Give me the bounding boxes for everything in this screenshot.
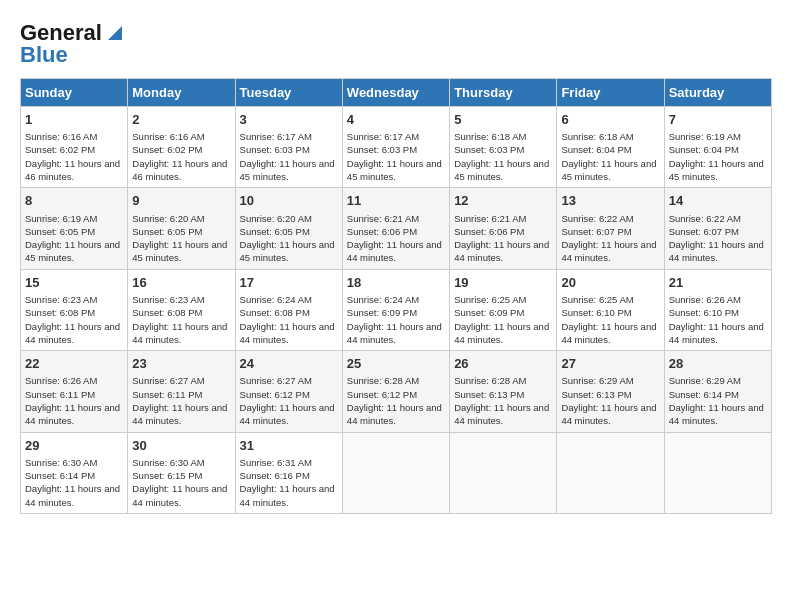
- daylight-label: Daylight: 11 hours and 44 minutes.: [454, 321, 549, 345]
- sunset: Sunset: 6:05 PM: [132, 226, 202, 237]
- calendar-cell: 5Sunrise: 6:18 AMSunset: 6:03 PMDaylight…: [450, 107, 557, 188]
- calendar-cell: 25Sunrise: 6:28 AMSunset: 6:12 PMDayligh…: [342, 351, 449, 432]
- daylight-label: Daylight: 11 hours and 44 minutes.: [132, 483, 227, 507]
- sunrise: Sunrise: 6:28 AM: [454, 375, 526, 386]
- day-number: 16: [132, 274, 230, 292]
- header-wednesday: Wednesday: [342, 79, 449, 107]
- day-number: 10: [240, 192, 338, 210]
- header-monday: Monday: [128, 79, 235, 107]
- day-number: 30: [132, 437, 230, 455]
- sunrise: Sunrise: 6:20 AM: [132, 213, 204, 224]
- sunrise: Sunrise: 6:24 AM: [240, 294, 312, 305]
- calendar-cell: 14Sunrise: 6:22 AMSunset: 6:07 PMDayligh…: [664, 188, 771, 269]
- calendar-cell: 16Sunrise: 6:23 AMSunset: 6:08 PMDayligh…: [128, 269, 235, 350]
- sunset: Sunset: 6:07 PM: [669, 226, 739, 237]
- day-number: 7: [669, 111, 767, 129]
- logo-text-blue: Blue: [20, 42, 68, 68]
- sunrise: Sunrise: 6:30 AM: [25, 457, 97, 468]
- day-number: 2: [132, 111, 230, 129]
- sunset: Sunset: 6:03 PM: [454, 144, 524, 155]
- sunrise: Sunrise: 6:23 AM: [25, 294, 97, 305]
- daylight-label: Daylight: 11 hours and 44 minutes.: [454, 239, 549, 263]
- daylight-label: Daylight: 11 hours and 44 minutes.: [561, 321, 656, 345]
- day-number: 22: [25, 355, 123, 373]
- sunrise: Sunrise: 6:20 AM: [240, 213, 312, 224]
- sunset: Sunset: 6:13 PM: [454, 389, 524, 400]
- sunset: Sunset: 6:11 PM: [132, 389, 202, 400]
- sunset: Sunset: 6:08 PM: [25, 307, 95, 318]
- calendar-cell: 17Sunrise: 6:24 AMSunset: 6:08 PMDayligh…: [235, 269, 342, 350]
- sunset: Sunset: 6:09 PM: [347, 307, 417, 318]
- calendar-cell: 19Sunrise: 6:25 AMSunset: 6:09 PMDayligh…: [450, 269, 557, 350]
- calendar-week-row: 29Sunrise: 6:30 AMSunset: 6:14 PMDayligh…: [21, 432, 772, 513]
- sunrise: Sunrise: 6:26 AM: [669, 294, 741, 305]
- daylight-label: Daylight: 11 hours and 44 minutes.: [669, 321, 764, 345]
- calendar-cell: 8Sunrise: 6:19 AMSunset: 6:05 PMDaylight…: [21, 188, 128, 269]
- daylight-label: Daylight: 11 hours and 46 minutes.: [25, 158, 120, 182]
- sunset: Sunset: 6:15 PM: [132, 470, 202, 481]
- day-number: 29: [25, 437, 123, 455]
- day-number: 18: [347, 274, 445, 292]
- sunset: Sunset: 6:13 PM: [561, 389, 631, 400]
- header-sunday: Sunday: [21, 79, 128, 107]
- day-number: 27: [561, 355, 659, 373]
- svg-marker-0: [108, 26, 122, 40]
- day-number: 17: [240, 274, 338, 292]
- calendar-cell: [557, 432, 664, 513]
- calendar-cell: 3Sunrise: 6:17 AMSunset: 6:03 PMDaylight…: [235, 107, 342, 188]
- calendar-cell: 9Sunrise: 6:20 AMSunset: 6:05 PMDaylight…: [128, 188, 235, 269]
- daylight-label: Daylight: 11 hours and 44 minutes.: [240, 483, 335, 507]
- sunset: Sunset: 6:14 PM: [25, 470, 95, 481]
- calendar-cell: 6Sunrise: 6:18 AMSunset: 6:04 PMDaylight…: [557, 107, 664, 188]
- day-number: 15: [25, 274, 123, 292]
- day-number: 13: [561, 192, 659, 210]
- logo-icon: [104, 22, 126, 44]
- daylight-label: Daylight: 11 hours and 45 minutes.: [454, 158, 549, 182]
- calendar-cell: 12Sunrise: 6:21 AMSunset: 6:06 PMDayligh…: [450, 188, 557, 269]
- sunset: Sunset: 6:11 PM: [25, 389, 95, 400]
- sunset: Sunset: 6:05 PM: [240, 226, 310, 237]
- day-number: 24: [240, 355, 338, 373]
- sunrise: Sunrise: 6:25 AM: [454, 294, 526, 305]
- sunrise: Sunrise: 6:17 AM: [240, 131, 312, 142]
- sunrise: Sunrise: 6:16 AM: [132, 131, 204, 142]
- daylight-label: Daylight: 11 hours and 44 minutes.: [561, 239, 656, 263]
- calendar-cell: 26Sunrise: 6:28 AMSunset: 6:13 PMDayligh…: [450, 351, 557, 432]
- calendar-week-row: 8Sunrise: 6:19 AMSunset: 6:05 PMDaylight…: [21, 188, 772, 269]
- sunrise: Sunrise: 6:21 AM: [454, 213, 526, 224]
- day-number: 3: [240, 111, 338, 129]
- calendar-cell: 23Sunrise: 6:27 AMSunset: 6:11 PMDayligh…: [128, 351, 235, 432]
- sunrise: Sunrise: 6:25 AM: [561, 294, 633, 305]
- sunset: Sunset: 6:03 PM: [240, 144, 310, 155]
- calendar-cell: 28Sunrise: 6:29 AMSunset: 6:14 PMDayligh…: [664, 351, 771, 432]
- calendar-header-row: SundayMondayTuesdayWednesdayThursdayFrid…: [21, 79, 772, 107]
- daylight-label: Daylight: 11 hours and 44 minutes.: [454, 402, 549, 426]
- day-number: 11: [347, 192, 445, 210]
- daylight-label: Daylight: 11 hours and 45 minutes.: [25, 239, 120, 263]
- sunrise: Sunrise: 6:28 AM: [347, 375, 419, 386]
- calendar-cell: 15Sunrise: 6:23 AMSunset: 6:08 PMDayligh…: [21, 269, 128, 350]
- daylight-label: Daylight: 11 hours and 44 minutes.: [669, 239, 764, 263]
- daylight-label: Daylight: 11 hours and 44 minutes.: [347, 239, 442, 263]
- sunset: Sunset: 6:08 PM: [132, 307, 202, 318]
- daylight-label: Daylight: 11 hours and 44 minutes.: [347, 321, 442, 345]
- calendar-cell: 31Sunrise: 6:31 AMSunset: 6:16 PMDayligh…: [235, 432, 342, 513]
- sunset: Sunset: 6:02 PM: [132, 144, 202, 155]
- sunset: Sunset: 6:08 PM: [240, 307, 310, 318]
- sunset: Sunset: 6:06 PM: [454, 226, 524, 237]
- daylight-label: Daylight: 11 hours and 45 minutes.: [132, 239, 227, 263]
- calendar-cell: [664, 432, 771, 513]
- sunset: Sunset: 6:10 PM: [561, 307, 631, 318]
- header-saturday: Saturday: [664, 79, 771, 107]
- daylight-label: Daylight: 11 hours and 44 minutes.: [25, 321, 120, 345]
- sunset: Sunset: 6:09 PM: [454, 307, 524, 318]
- sunrise: Sunrise: 6:31 AM: [240, 457, 312, 468]
- calendar-cell: 30Sunrise: 6:30 AMSunset: 6:15 PMDayligh…: [128, 432, 235, 513]
- calendar-cell: 11Sunrise: 6:21 AMSunset: 6:06 PMDayligh…: [342, 188, 449, 269]
- calendar-cell: [342, 432, 449, 513]
- sunset: Sunset: 6:03 PM: [347, 144, 417, 155]
- calendar-week-row: 1Sunrise: 6:16 AMSunset: 6:02 PMDaylight…: [21, 107, 772, 188]
- day-number: 1: [25, 111, 123, 129]
- sunrise: Sunrise: 6:26 AM: [25, 375, 97, 386]
- logo: General Blue: [20, 20, 126, 68]
